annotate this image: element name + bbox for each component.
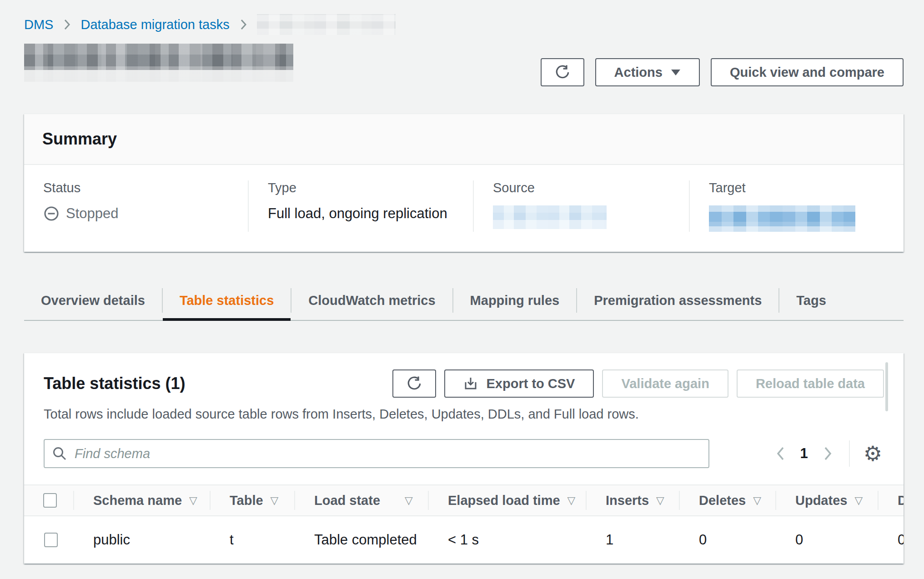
table-header-row: Schema name ▽ Table ▽ Load state ▽ Elaps… [24,484,904,515]
chevron-left-icon [776,446,786,461]
previous-page-button[interactable] [773,443,788,464]
sort-icon[interactable]: ▽ [656,494,664,506]
page-title-redacted [24,44,293,82]
sort-icon[interactable]: ▽ [567,494,576,506]
tab-table-statistics[interactable]: Table statistics [163,281,291,320]
field-label: Target [709,180,904,195]
table-refresh-button[interactable] [392,369,436,398]
actions-button[interactable]: Actions [595,58,700,86]
column-header-updates[interactable]: Updates ▽ [775,485,878,515]
source-value-redacted [493,205,607,229]
cell-clipped: 0 [878,532,904,548]
cell-deletes: 0 [679,532,775,548]
table-statistics-table: Schema name ▽ Table ▽ Load state ▽ Elaps… [24,484,904,564]
column-header-deletes[interactable]: Deletes ▽ [679,485,775,515]
tab-overview-details[interactable]: Overview details [24,281,162,320]
column-label: Elapsed load time [448,493,560,508]
panel-actions: Export to CSV Validate again Reload tabl… [392,369,884,398]
breadcrumb: DMS Database migration tasks [24,14,904,35]
tab-cloudwatch-metrics[interactable]: CloudWatch metrics [291,281,452,320]
summary-card: Summary Status Stopped Type Full load, o… [24,114,904,252]
summary-field-status: Status Stopped [24,180,248,232]
tab-premigration-assessments[interactable]: Premigration assessments [577,281,778,320]
search-box [44,439,709,468]
caret-down-icon [671,69,681,76]
panel-title: Table statistics (1) [44,374,185,393]
summary-field-source: Source [473,180,689,232]
row-checkbox[interactable] [44,533,58,547]
type-value: Full load, ongoing replication [268,205,473,222]
breadcrumb-redacted-task-name [257,14,396,35]
field-label: Source [493,180,689,195]
download-icon [463,376,478,391]
summary-field-target: Target [689,180,904,232]
panel-scrollbar[interactable] [885,362,888,411]
column-header-clipped[interactable]: D [878,485,904,515]
column-label: Table [230,493,263,508]
summary-body: Status Stopped Type Full load, ongoing r… [24,165,904,252]
column-label: Deletes [699,493,746,508]
column-header-elapsed-load-time[interactable]: Elapsed load time ▽ [428,485,586,515]
search-icon [52,446,67,461]
settings-button[interactable]: ⚙ [862,443,884,464]
panel-description: Total rows include loaded source table r… [44,407,884,422]
chevron-right-icon [823,446,833,461]
next-page-button[interactable] [820,443,835,464]
chevron-right-icon [240,18,247,31]
breadcrumb-link-tasks[interactable]: Database migration tasks [80,17,229,32]
tab-tags[interactable]: Tags [779,281,843,320]
tab-mapping-rules[interactable]: Mapping rules [453,281,577,320]
page-content: DMS Database migration tasks Actions [24,0,904,564]
field-label: Type [268,180,473,195]
search-row: 1 ⚙ [44,439,884,468]
current-page-number: 1 [800,445,808,462]
column-header-schema-name[interactable]: Schema name ▽ [73,485,210,515]
panel-header: Table statistics (1) Export to [44,369,884,398]
refresh-icon [407,376,422,391]
validate-again-button[interactable]: Validate again [602,369,728,398]
export-label: Export to CSV [486,376,575,391]
select-all-checkbox[interactable] [43,493,57,508]
sort-icon[interactable]: ▽ [405,494,413,506]
summary-card-header: Summary [24,114,904,165]
field-label: Status [43,180,248,195]
column-header-load-state[interactable]: Load state ▽ [294,485,428,515]
status-value: Stopped [43,205,248,222]
reload-label: Reload table data [756,376,865,391]
column-header-table[interactable]: Table ▽ [210,485,294,515]
column-header-inserts[interactable]: Inserts ▽ [586,485,679,515]
cell-updates: 0 [775,532,878,548]
title-row: Actions Quick view and compare [24,43,904,86]
column-label: Inserts [606,493,649,508]
chevron-right-icon [63,18,70,31]
reload-table-data-button[interactable]: Reload table data [737,369,884,398]
tab-bar: Overview details Table statistics CloudW… [24,281,904,321]
find-schema-input[interactable] [44,439,709,468]
export-to-csv-button[interactable]: Export to CSV [444,369,594,398]
column-label: D [898,493,904,508]
sort-icon[interactable]: ▽ [854,494,863,506]
table-statistics-panel: Table statistics (1) Export to [24,353,904,564]
pagination: 1 ⚙ [773,440,884,467]
cell-inserts: 1 [586,532,679,548]
column-label: Updates [795,493,847,508]
cell-elapsed-load-time: < 1 s [428,532,586,548]
cell-schema-name: public [73,532,210,548]
cell-load-state: Table completed [294,532,428,548]
column-label: Schema name [93,493,182,508]
sort-icon[interactable]: ▽ [753,494,761,506]
status-text: Stopped [66,205,119,222]
sort-icon[interactable]: ▽ [189,494,197,506]
select-all-cell [24,485,73,515]
summary-title: Summary [42,130,885,149]
refresh-button[interactable] [541,58,584,86]
summary-field-type: Type Full load, ongoing replication [248,180,473,232]
breadcrumb-link-dms[interactable]: DMS [24,17,53,32]
validate-label: Validate again [621,376,709,391]
quick-view-and-compare-button[interactable]: Quick view and compare [711,58,904,86]
refresh-icon [555,65,570,80]
column-label: Load state [314,493,380,508]
sort-icon[interactable]: ▽ [271,494,279,506]
row-select-cell [24,533,73,547]
gear-icon: ⚙ [864,441,882,466]
